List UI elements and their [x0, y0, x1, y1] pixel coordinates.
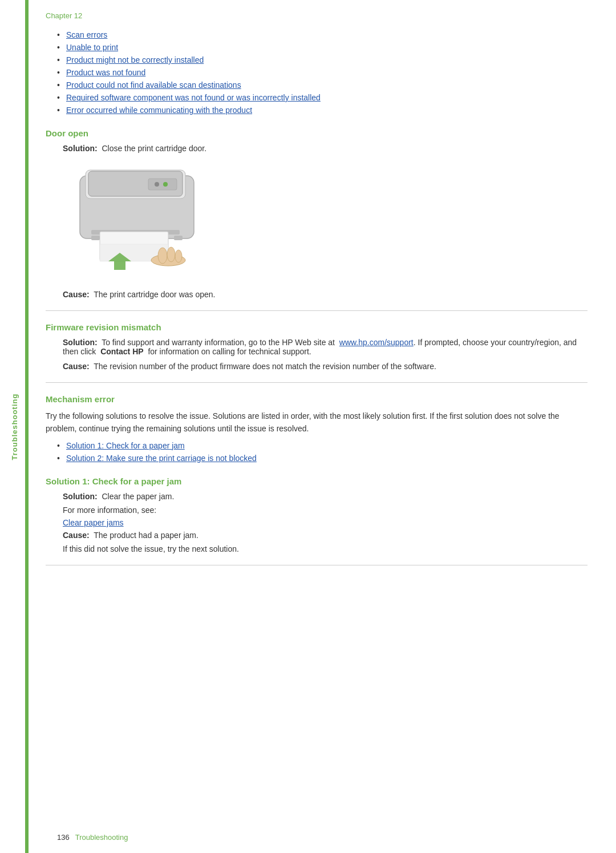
printer-image	[63, 164, 205, 278]
list-item: Solution 1: Check for a paper jam	[57, 441, 587, 450]
firmware-cause-text: The revision number of the product firmw…	[94, 362, 436, 371]
list-item: Scan errors	[57, 30, 587, 39]
for-more-text: For more information, see:	[63, 506, 156, 515]
door-open-header: Door open	[46, 128, 587, 138]
firmware-solution: Solution: To find support and warranty i…	[63, 338, 587, 356]
product-not-found-link[interactable]: Product was not found	[66, 68, 145, 77]
hp-support-link[interactable]: www.hp.com/support	[339, 338, 414, 347]
divider-1	[46, 310, 587, 311]
sidebar: Troubleshooting	[0, 0, 29, 853]
svg-point-11	[167, 247, 175, 262]
firmware-solution-text3: for information on calling for technical…	[148, 347, 311, 356]
svg-point-5	[163, 182, 168, 187]
mechanism-error-header: Mechanism error	[46, 394, 587, 404]
svg-rect-14	[174, 236, 183, 240]
firmware-cause: Cause: The revision number of the produc…	[63, 362, 587, 371]
sidebar-label: Troubleshooting	[10, 393, 19, 460]
list-item: Required software component was not foun…	[57, 93, 587, 102]
svg-rect-13	[91, 236, 100, 240]
solution1-link[interactable]: Solution 1: Check for a paper jam	[66, 441, 185, 450]
chapter-header: Chapter 12	[46, 11, 587, 20]
clear-paper-jams-link[interactable]: Clear paper jams	[63, 518, 124, 527]
list-item: Product could not find available scan de…	[57, 80, 587, 90]
page-wrapper: Troubleshooting Chapter 12 Scan errors U…	[0, 0, 616, 853]
scan-errors-link[interactable]: Scan errors	[66, 30, 107, 39]
unable-to-print-link[interactable]: Unable to print	[66, 43, 118, 52]
product-might-link[interactable]: Product might not be correctly installed	[66, 55, 204, 64]
solution2-link[interactable]: Solution 2: Make sure the print carriage…	[66, 454, 257, 463]
divider-2	[46, 382, 587, 383]
contact-hp-bold: Contact HP	[100, 347, 143, 356]
product-scan-link[interactable]: Product could not find available scan de…	[66, 80, 241, 90]
required-software-link[interactable]: Required software component was not foun…	[66, 93, 321, 102]
mechanism-solutions-list: Solution 1: Check for a paper jam Soluti…	[57, 441, 587, 463]
svg-rect-3	[148, 179, 177, 190]
svg-point-12	[175, 250, 182, 262]
firmware-cause-label: Cause:	[63, 362, 90, 371]
list-item: Unable to print	[57, 43, 587, 52]
solution1-header: Solution 1: Check for a paper jam	[46, 476, 587, 486]
solution1-cause: Cause: The product had a paper jam.	[63, 531, 587, 540]
solution1-solution: Solution: Clear the paper jam.	[63, 492, 587, 501]
list-item: Product was not found	[57, 68, 587, 77]
list-item: Product might not be correctly installed	[57, 55, 587, 64]
main-content: Chapter 12 Scan errors Unable to print P…	[29, 0, 616, 853]
printer-illustration	[63, 164, 205, 278]
if-not-solved: If this did not solve the issue, try the…	[63, 544, 587, 553]
solution-label: Solution:	[63, 144, 98, 153]
door-open-solution: Solution: Close the print cartridge door…	[63, 144, 587, 153]
footer-page-number: 136	[57, 833, 70, 842]
firmware-solution-label: Solution:	[63, 338, 98, 347]
solution-text: Close the print cartridge door.	[102, 144, 206, 153]
firmware-header: Firmware revision mismatch	[46, 322, 587, 332]
divider-3	[46, 565, 587, 565]
solution1-cause-label: Cause:	[63, 531, 90, 540]
error-communicating-link[interactable]: Error occurred while communicating with …	[66, 106, 252, 115]
cause-text: The print cartridge door was open.	[94, 290, 215, 299]
mechanism-error-body: Try the following solutions to resolve t…	[46, 410, 587, 435]
svg-point-4	[155, 182, 159, 187]
list-item: Solution 2: Make sure the print carriage…	[57, 454, 587, 463]
solution1-cause-text: The product had a paper jam.	[94, 531, 198, 540]
nav-list: Scan errors Unable to print Product migh…	[57, 30, 587, 115]
page-footer: 136 Troubleshooting	[57, 833, 587, 842]
for-more-info: For more information, see:	[63, 506, 587, 515]
solution1-label: Solution:	[63, 492, 98, 501]
svg-point-10	[158, 248, 167, 264]
firmware-solution-text: To find support and warranty information…	[102, 338, 335, 347]
footer-chapter-label: Troubleshooting	[75, 833, 128, 842]
clear-paper-jams-link-container: Clear paper jams	[63, 518, 587, 527]
list-item: Error occurred while communicating with …	[57, 106, 587, 115]
solution1-text: Clear the paper jam.	[102, 492, 174, 501]
cause-label: Cause:	[63, 290, 90, 299]
door-open-cause: Cause: The print cartridge door was open…	[63, 290, 587, 299]
